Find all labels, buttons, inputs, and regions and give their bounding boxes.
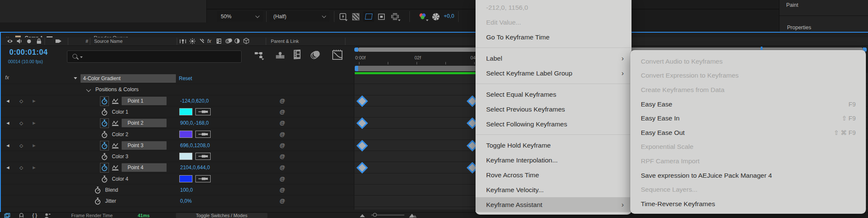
graph-toggle-icon[interactable] bbox=[112, 120, 119, 126]
column-parent-link[interactable]: Parent & Link bbox=[271, 39, 299, 44]
add-keyframe-diamond[interactable]: ◇ bbox=[19, 162, 23, 173]
effect-reset-link[interactable]: Reset bbox=[179, 73, 192, 84]
expander-icon[interactable] bbox=[74, 77, 77, 79]
menu-item-rove-across-time[interactable]: Rove Across Time bbox=[476, 168, 632, 182]
graph-toggle-icon[interactable] bbox=[112, 143, 119, 148]
previous-keyframe-arrow[interactable]: ◀ bbox=[6, 95, 9, 106]
composition-mini-flowchart-button[interactable] bbox=[253, 50, 264, 61]
stopwatch-icon[interactable] bbox=[101, 142, 108, 149]
stopwatch-icon[interactable] bbox=[101, 176, 108, 183]
zoom-out-icon[interactable] bbox=[359, 214, 365, 218]
color-swatch[interactable] bbox=[179, 131, 192, 138]
property-value[interactable]: -124,0,620,0 bbox=[180, 95, 209, 106]
column-index[interactable]: # bbox=[86, 39, 88, 44]
stopwatch-icon[interactable] bbox=[101, 120, 108, 127]
parent-pickwhip-icon[interactable]: @ bbox=[278, 184, 286, 196]
search-options-arrow[interactable] bbox=[80, 56, 83, 58]
magnification-dropdown[interactable]: 50% bbox=[217, 11, 263, 22]
property-name[interactable]: Blend bbox=[105, 184, 118, 196]
keyframe-diamond[interactable] bbox=[356, 162, 368, 173]
menu-item-keyframe-velocity[interactable]: Keyframe Velocity... bbox=[476, 182, 632, 197]
property-name[interactable]: Color 4 bbox=[112, 173, 128, 184]
shy-footer-icon[interactable] bbox=[19, 213, 24, 218]
previous-keyframe-arrow[interactable]: ◀ bbox=[6, 162, 9, 173]
stopwatch-icon[interactable] bbox=[95, 187, 101, 194]
submenu-item-easy-ease-in[interactable]: Easy Ease In⇧ F9 bbox=[630, 111, 866, 126]
next-keyframe-arrow[interactable]: ▶ bbox=[33, 117, 36, 129]
region-of-interest-button[interactable] bbox=[363, 11, 374, 22]
menu-item-select-following-keyframes[interactable]: Select Following Keyframes bbox=[476, 117, 632, 131]
tab-paint[interactable]: Paint bbox=[786, 2, 798, 8]
parent-pickwhip-icon[interactable]: @ bbox=[278, 151, 286, 162]
expressions-icon[interactable]: { } bbox=[32, 212, 37, 218]
chevron-down-icon[interactable] bbox=[86, 87, 91, 92]
audio-icon[interactable] bbox=[17, 38, 22, 44]
exposure-value[interactable]: +0,0 bbox=[444, 13, 454, 19]
navigator-start-handle[interactable] bbox=[354, 48, 358, 52]
property-name-box[interactable]: Point 3 bbox=[122, 141, 167, 150]
eyedropper-button[interactable] bbox=[195, 175, 211, 182]
keyframe-diamond[interactable] bbox=[356, 117, 368, 129]
previous-keyframe-arrow[interactable]: ◀ bbox=[6, 140, 9, 151]
eyedropper-button[interactable] bbox=[195, 153, 211, 160]
parent-pickwhip-icon[interactable]: @ bbox=[278, 129, 286, 140]
menu-item-select-equal-keyframes[interactable]: Select Equal Keyframes bbox=[476, 87, 632, 102]
color-swatch[interactable] bbox=[179, 153, 192, 160]
property-name-box[interactable]: Point 4 bbox=[122, 163, 167, 172]
group-name[interactable]: Positions & Colors bbox=[95, 84, 139, 95]
add-keyframe-diamond[interactable]: ◇ bbox=[19, 140, 23, 151]
property-name[interactable]: Color 2 bbox=[112, 129, 128, 140]
submenu-item-save-expression-to-aejuice-pack-manager-4[interactable]: Save expression to AEJuice Pack Manager … bbox=[630, 168, 866, 183]
menu-item-label[interactable]: Label› bbox=[476, 51, 632, 66]
property-value[interactable]: 696,0,1208,0 bbox=[180, 140, 210, 151]
stopwatch-icon[interactable] bbox=[101, 109, 108, 116]
channel-settings-button[interactable] bbox=[416, 11, 429, 22]
graph-editor-button[interactable] bbox=[331, 48, 344, 61]
frame-blending-button[interactable] bbox=[292, 49, 303, 61]
eyedropper-button[interactable] bbox=[195, 131, 211, 138]
previous-keyframe-arrow[interactable]: ◀ bbox=[6, 117, 9, 129]
menu-item-keyframe-interpolation[interactable]: Keyframe Interpolation... bbox=[476, 153, 632, 168]
parent-pickwhip-icon[interactable]: @ bbox=[278, 162, 286, 173]
graph-toggle-icon[interactable] bbox=[112, 98, 119, 104]
menu-item-go-to-keyframe-time[interactable]: Go To Keyframe Time bbox=[476, 30, 632, 45]
property-value[interactable]: 2104,0,644,0 bbox=[180, 162, 210, 173]
motion-blur-button[interactable] bbox=[309, 50, 322, 61]
property-value[interactable]: 900,0,-168,0 bbox=[180, 117, 209, 129]
property-name-box[interactable]: Point 2 bbox=[122, 119, 167, 127]
property-name[interactable]: Color 1 bbox=[112, 106, 128, 117]
guides-button[interactable] bbox=[376, 11, 387, 22]
stopwatch-icon[interactable] bbox=[95, 198, 101, 205]
render-settings-icon[interactable] bbox=[44, 213, 51, 218]
graph-toggle-icon[interactable] bbox=[112, 165, 119, 170]
submenu-item-easy-ease[interactable]: Easy EaseF9 bbox=[630, 97, 866, 112]
search-input[interactable] bbox=[67, 50, 242, 63]
parent-pickwhip-icon[interactable]: @ bbox=[278, 117, 286, 129]
parent-pickwhip-icon[interactable]: @ bbox=[278, 106, 286, 117]
parent-pickwhip-icon[interactable]: @ bbox=[278, 196, 286, 207]
resolution-dropdown[interactable]: (Half) bbox=[270, 11, 329, 22]
add-keyframe-diamond[interactable]: ◇ bbox=[19, 95, 23, 106]
timeline-zoom-slider-knob[interactable] bbox=[373, 213, 377, 217]
stopwatch-icon[interactable] bbox=[101, 164, 108, 171]
shy-toggle-button[interactable] bbox=[274, 50, 287, 61]
label-tag-icon[interactable] bbox=[55, 38, 62, 44]
toggle-switches-modes-button[interactable]: Toggle Switches / Modes bbox=[176, 213, 267, 218]
parent-pickwhip-icon[interactable]: @ bbox=[278, 173, 286, 184]
menu-item-select-keyframe-label-group[interactable]: Select Keyframe Label Group› bbox=[476, 66, 632, 81]
submenu-item-easy-ease-out[interactable]: Easy Ease Out⇧ ⌘ F9 bbox=[630, 126, 866, 140]
lock-icon[interactable] bbox=[36, 38, 42, 44]
stopwatch-icon[interactable] bbox=[101, 131, 108, 138]
stopwatch-icon[interactable] bbox=[101, 98, 108, 105]
property-value[interactable]: 100,0 bbox=[180, 184, 193, 196]
property-name-box[interactable]: Point 1 bbox=[122, 97, 167, 105]
next-keyframe-arrow[interactable]: ▶ bbox=[33, 162, 36, 173]
solo-icon[interactable] bbox=[27, 39, 31, 43]
keyframe-diamond[interactable] bbox=[356, 95, 368, 107]
property-name[interactable]: Color 3 bbox=[112, 151, 128, 162]
transparency-grid-button[interactable] bbox=[351, 11, 361, 22]
fast-previews-button[interactable] bbox=[338, 11, 348, 22]
color-swatch[interactable] bbox=[179, 108, 192, 115]
effect-name-box[interactable]: 4-Color Gradient bbox=[81, 74, 176, 83]
add-keyframe-diamond[interactable]: ◇ bbox=[19, 117, 23, 129]
